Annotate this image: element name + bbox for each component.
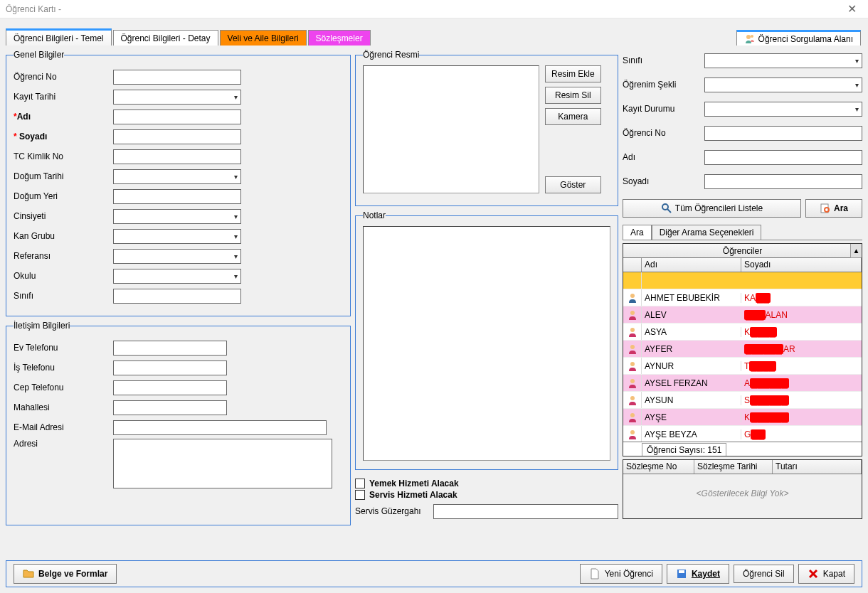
scroll-up-icon[interactable]: ▲ (850, 244, 862, 258)
cell-soyadi: K██████ (741, 412, 862, 422)
combo-referansi[interactable] (113, 249, 241, 264)
input-adi[interactable] (113, 109, 241, 124)
search-label-kayit: Kayıt Durumu (623, 104, 704, 114)
footer-bar: Belge ve Formlar Yeni Öğrenci Kaydet Öğr… (6, 560, 862, 587)
table-row[interactable]: AYSUNS██████ (623, 392, 862, 409)
combo-kan-grubu[interactable] (113, 229, 241, 244)
combo-cinsiyeti[interactable] (113, 209, 241, 224)
cell-adi: AHMET EBUBEKİR (642, 293, 741, 303)
table-row[interactable]: ASYAK████ (623, 324, 862, 341)
ogrenci-sil-button[interactable]: Öğrenci Sil (734, 565, 794, 583)
search-icon (820, 203, 831, 214)
search-combo-kayit[interactable] (704, 102, 862, 117)
search-combo-ogrenim[interactable] (704, 78, 862, 92)
combo-dogum-tarihi[interactable] (113, 169, 241, 184)
input-mahallesi[interactable] (113, 400, 227, 415)
person-icon (623, 375, 642, 391)
kaydet-button[interactable]: Kaydet (667, 564, 729, 584)
label-okulu: Okulu (14, 271, 113, 281)
table-row[interactable]: ALEV███ALAN (623, 306, 862, 324)
goster-button[interactable]: Göster (545, 176, 601, 193)
table-row[interactable]: AYŞE BEYZAG██ (623, 426, 862, 442)
table-row[interactable]: AYŞEK██████ (623, 409, 862, 426)
new-doc-icon (589, 568, 600, 579)
label-guzergah: Servis Güzergahı (355, 506, 433, 516)
input-cep-tel[interactable] (113, 380, 227, 395)
cell-soyadi: KA██ (741, 293, 862, 303)
search-input-no[interactable] (704, 126, 862, 141)
tab-sorgulama[interactable]: Öğrenci Sorgulama Alanı (736, 30, 861, 46)
ara-button[interactable]: Ara (805, 199, 862, 218)
search-label-no: Öğrenci No (623, 128, 704, 138)
input-tc-kimlik[interactable] (113, 149, 241, 164)
input-dogum-yeri[interactable] (113, 189, 241, 204)
combo-kayit-tarihi[interactable] (113, 90, 241, 105)
kamera-button[interactable]: Kamera (545, 108, 601, 125)
servis-checkbox-row[interactable]: Servis Hizmeti Alacak (355, 490, 618, 500)
search-label-ogrenim: Öğrenim Şekli (623, 80, 704, 90)
search-input-soyadi[interactable] (704, 174, 862, 189)
person-icon (623, 341, 642, 357)
listele-button[interactable]: Tüm Öğrencileri Listele (623, 199, 801, 218)
input-ev-tel[interactable] (113, 341, 227, 356)
table-row-selected[interactable] (623, 272, 862, 289)
grid-title: Öğrenciler (623, 244, 862, 258)
input-soyadi[interactable] (113, 129, 241, 144)
resim-sil-button[interactable]: Resim Sil (545, 87, 601, 104)
svg-point-0 (746, 35, 751, 39)
save-icon (676, 568, 687, 579)
search-label-sinifi: Sınıfı (623, 55, 704, 65)
search-label-adi: Adı (623, 152, 704, 162)
yemek-checkbox-row[interactable]: Yemek Hizmeti Alacak (355, 479, 618, 488)
titlebar: Öğrenci Kartı - ✕ (0, 0, 868, 18)
notes-textarea[interactable] (363, 226, 610, 461)
label-mahallesi: Mahallesi (14, 402, 113, 412)
subtab-ara[interactable]: Ara (623, 225, 652, 240)
label-is-tel: İş Telefonu (14, 363, 113, 373)
input-email[interactable] (113, 420, 327, 435)
table-row[interactable]: AYNURT████ (623, 358, 862, 375)
tab-sozlesmeler[interactable]: Sözleşmeler (308, 30, 371, 46)
window-title: Öğrenci Kartı - (6, 4, 61, 14)
resim-ekle-button[interactable]: Resim Ekle (545, 65, 601, 82)
table-row[interactable]: AYFER██████AR (623, 341, 862, 358)
yeni-ogrenci-button[interactable]: Yeni Öğrenci (580, 564, 662, 584)
person-icon (623, 409, 642, 425)
cell-adi: AYFER (642, 344, 741, 354)
input-ogrenci-no[interactable] (113, 70, 241, 85)
input-is-tel[interactable] (113, 360, 227, 375)
cell-adi: AYSUN (642, 395, 741, 405)
col-sozlesme-tarihi: Sözleşme Tarihi (694, 460, 773, 474)
tab-veli[interactable]: Veli ve Aile Bilgileri (220, 30, 307, 46)
yemek-label: Yemek Hizmeti Alacak (369, 479, 459, 488)
search-combo-sinifi[interactable] (704, 53, 862, 68)
col-soyadi[interactable]: Soyadı (741, 258, 862, 272)
col-adi[interactable]: Adı (642, 258, 741, 272)
label-dogum-tarihi: Doğum Tarihi (14, 171, 113, 181)
table-row[interactable]: AHMET EBUBEKİRKA██ (623, 289, 862, 306)
svg-point-10 (630, 362, 635, 366)
yemek-checkbox[interactable] (355, 479, 365, 488)
close-icon[interactable]: ✕ (842, 2, 862, 16)
label-kan-grubu: Kan Grubu (14, 231, 113, 241)
belge-formlar-button[interactable]: Belge ve Formlar (14, 564, 117, 584)
main-tabs: Öğrenci Bilgileri - Temel Öğrenci Bilgil… (6, 28, 862, 46)
tab-temel[interactable]: Öğrenci Bilgileri - Temel (6, 28, 112, 46)
cell-soyadi: ███ALAN (741, 310, 862, 320)
students-grid[interactable]: ▲ Öğrenciler Adı Soyadı AHMET EBUBEKİRKA… (623, 243, 862, 456)
tab-detay[interactable]: Öğrenci Bilgileri - Detay (113, 30, 218, 46)
kapat-button[interactable]: Kapat (798, 564, 854, 584)
table-row[interactable]: AYSEL FERZANA██████ (623, 375, 862, 392)
search-subtabs: Ara Diğer Arama Seçenekleri (623, 225, 862, 240)
input-adresi[interactable] (113, 439, 332, 488)
person-icon (623, 306, 642, 323)
subtab-diger[interactable]: Diğer Arama Seçenekleri (652, 225, 762, 240)
servis-checkbox[interactable] (355, 490, 365, 500)
input-guzergah[interactable] (433, 504, 618, 519)
cell-soyadi: ██████AR (741, 344, 862, 354)
svg-point-9 (630, 345, 635, 349)
input-sinifi[interactable] (113, 289, 241, 304)
combo-okulu[interactable] (113, 269, 241, 284)
label-ev-tel: Ev Telefonu (14, 343, 113, 353)
search-input-adi[interactable] (704, 150, 862, 165)
